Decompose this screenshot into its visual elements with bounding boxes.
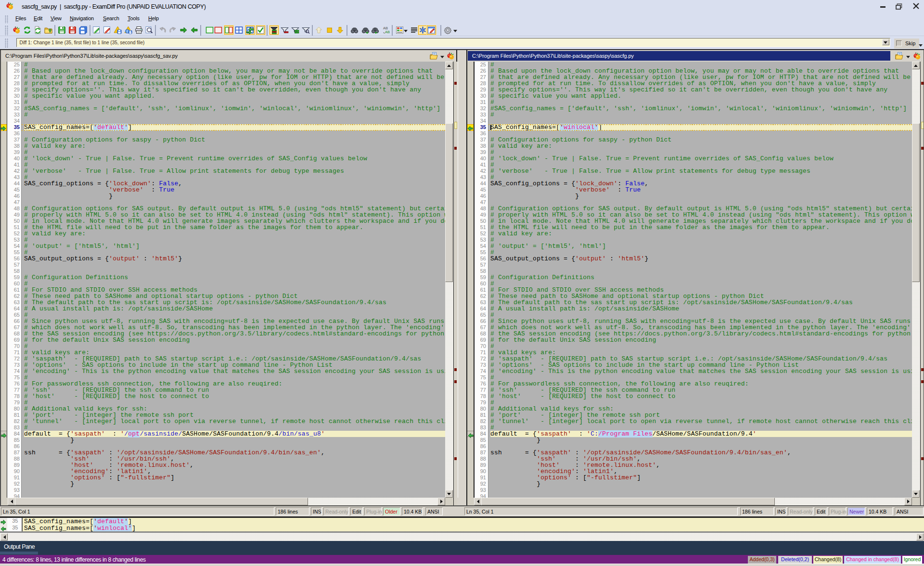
svg-text:AB: AB <box>385 30 390 34</box>
